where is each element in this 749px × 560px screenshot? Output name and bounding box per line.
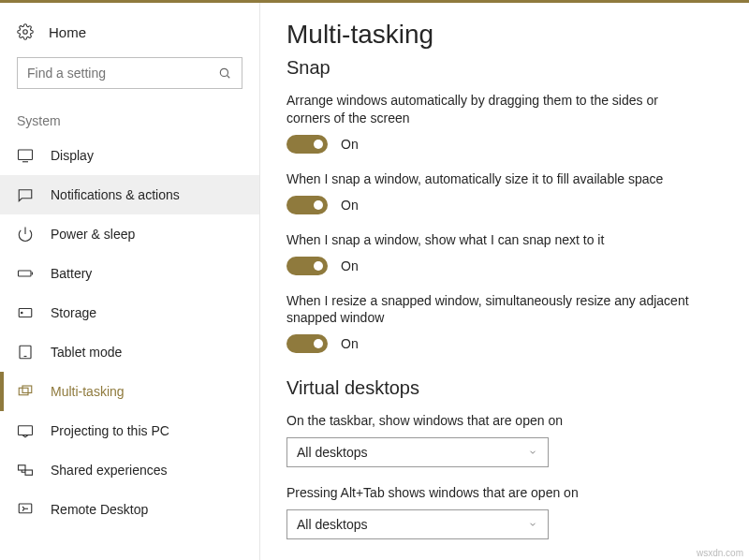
- remote-desktop-icon: [17, 501, 34, 518]
- search-icon: [217, 66, 232, 81]
- settings-gear-icon: [17, 23, 34, 40]
- select-value: All desktops: [297, 445, 367, 460]
- home-label: Home: [49, 24, 86, 40]
- svg-rect-11: [19, 388, 28, 395]
- virtual-heading: Virtual desktops: [286, 377, 723, 399]
- svg-line-2: [227, 75, 229, 78]
- notifications-icon: [17, 186, 34, 203]
- snap-setting-autosize: When I snap a window, automatically size…: [286, 170, 723, 214]
- search-input[interactable]: [17, 57, 242, 89]
- toggle-state: On: [341, 198, 359, 213]
- svg-rect-12: [22, 386, 32, 393]
- snap-setting-resize: When I resize a snapped window, simultan…: [286, 292, 723, 354]
- multitasking-icon: [17, 383, 34, 400]
- svg-rect-3: [19, 150, 33, 160]
- sidebar-item-label: Multi-tasking: [51, 384, 125, 399]
- setting-desc: When I snap a window, show what I can sn…: [286, 231, 689, 249]
- sidebar-item-storage[interactable]: Storage: [0, 293, 259, 332]
- alttab-select[interactable]: All desktops: [286, 509, 549, 539]
- display-icon: [17, 147, 34, 164]
- sidebar-item-label: Tablet mode: [51, 345, 122, 360]
- shared-experiences-icon: [17, 462, 34, 479]
- svg-rect-15: [25, 470, 33, 475]
- sidebar-item-label: Display: [51, 148, 94, 163]
- setting-desc: When I snap a window, automatically size…: [286, 170, 689, 188]
- sidebar-item-label: Power & sleep: [51, 227, 135, 242]
- setting-desc: Arrange windows automatically by draggin…: [286, 92, 689, 127]
- sidebar-item-label: Notifications & actions: [51, 187, 180, 202]
- toggle-arrange[interactable]: [286, 135, 328, 154]
- sidebar-item-battery[interactable]: Battery: [0, 254, 259, 293]
- svg-point-0: [23, 30, 28, 35]
- category-heading: System: [0, 106, 259, 136]
- nav-list: Display Notifications & actions Power & …: [0, 136, 259, 529]
- sidebar-item-power[interactable]: Power & sleep: [0, 214, 259, 254]
- toggle-autosize[interactable]: [286, 196, 328, 214]
- sidebar-item-tablet[interactable]: Tablet mode: [0, 332, 259, 372]
- chevron-down-icon: [527, 447, 538, 458]
- snap-setting-arrange: Arrange windows automatically by draggin…: [286, 92, 723, 154]
- main-panel: Multi-tasking Snap Arrange windows autom…: [260, 3, 749, 560]
- svg-point-8: [22, 312, 23, 314]
- setting-desc: Pressing Alt+Tab shows windows that are …: [286, 484, 689, 502]
- battery-icon: [17, 265, 34, 282]
- chevron-down-icon: [527, 519, 538, 530]
- sidebar-item-notifications[interactable]: Notifications & actions: [0, 175, 259, 214]
- virtual-alttab-setting: Pressing Alt+Tab shows windows that are …: [286, 484, 723, 539]
- svg-rect-14: [19, 465, 26, 470]
- sidebar-item-label: Projecting to this PC: [51, 423, 169, 438]
- sidebar: Home System Display: [0, 3, 260, 560]
- toggle-state: On: [341, 258, 359, 273]
- select-value: All desktops: [297, 517, 367, 532]
- home-button[interactable]: Home: [0, 23, 259, 57]
- storage-icon: [17, 304, 34, 321]
- power-icon: [17, 226, 34, 243]
- projecting-icon: [17, 422, 34, 439]
- toggle-state: On: [341, 137, 359, 152]
- toggle-state: On: [341, 336, 359, 351]
- svg-rect-13: [19, 426, 33, 435]
- taskbar-select[interactable]: All desktops: [286, 437, 549, 467]
- setting-desc: When I resize a snapped window, simultan…: [286, 292, 689, 328]
- search-field[interactable]: [27, 66, 217, 81]
- sidebar-item-display[interactable]: Display: [0, 136, 259, 175]
- sidebar-item-label: Battery: [51, 266, 92, 281]
- toggle-resize[interactable]: [286, 334, 328, 353]
- tablet-icon: [17, 344, 34, 361]
- snap-setting-suggest: When I snap a window, show what I can sn…: [286, 231, 723, 275]
- sidebar-item-label: Shared experiences: [51, 463, 168, 478]
- sidebar-item-projecting[interactable]: Projecting to this PC: [0, 411, 259, 450]
- virtual-taskbar-setting: On the taskbar, show windows that are op…: [286, 412, 723, 467]
- setting-desc: On the taskbar, show windows that are op…: [286, 412, 689, 430]
- sidebar-item-label: Storage: [51, 305, 96, 320]
- toggle-suggest[interactable]: [286, 257, 328, 275]
- sidebar-item-label: Remote Desktop: [51, 502, 148, 517]
- page-title: Multi-tasking: [286, 20, 723, 50]
- svg-rect-5: [19, 271, 32, 276]
- svg-point-1: [220, 68, 228, 76]
- sidebar-item-remote[interactable]: Remote Desktop: [0, 490, 259, 529]
- snap-heading: Snap: [286, 57, 723, 79]
- sidebar-item-multitasking[interactable]: Multi-tasking: [0, 372, 259, 411]
- sidebar-item-shared[interactable]: Shared experiences: [0, 450, 259, 490]
- watermark: wsxdn.com: [697, 548, 743, 558]
